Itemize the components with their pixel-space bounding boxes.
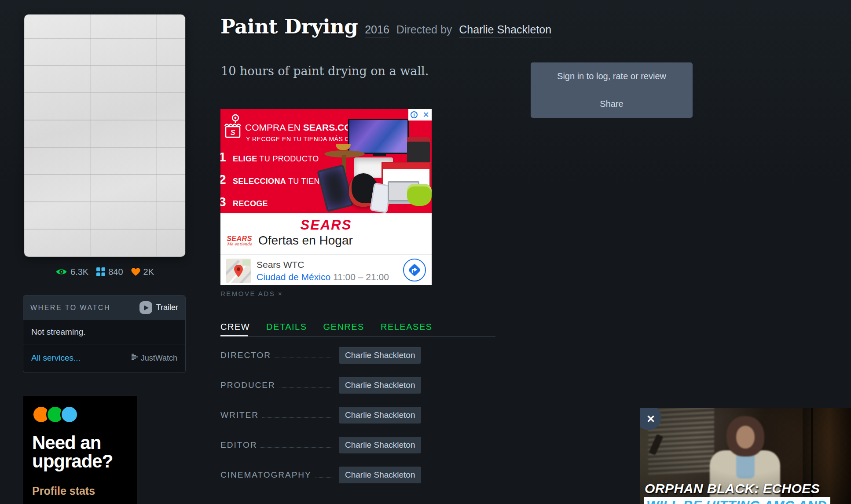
streaming-status: Not streaming. bbox=[23, 320, 185, 344]
title-row: Paint Drying 2016 Directed by Charlie Sh… bbox=[220, 15, 551, 38]
film-page: 6.3K 840 2K WHERE TO WATCH Trailer Not s… bbox=[0, 0, 851, 504]
sears-offer-title: Ofertas en Hogar bbox=[258, 234, 353, 248]
sears-display-ad[interactable]: S i ✕ COMPRA EN SEARS.COM.MX Y RECOGE EN… bbox=[220, 109, 432, 285]
director-link[interactable]: Charlie Shackleton bbox=[459, 23, 551, 37]
trailer-label: Trailer bbox=[156, 303, 178, 312]
film-year-link[interactable]: 2016 bbox=[365, 23, 389, 37]
film-stats: 6.3K 840 2K bbox=[24, 265, 185, 279]
close-icon: ✕ bbox=[422, 110, 429, 120]
tab-details[interactable]: DETAILS bbox=[266, 322, 307, 332]
store-info: Sears WTC Ciudad de México 11:00 – 21:00 bbox=[257, 259, 403, 282]
crew-person-button[interactable]: Charlie Shackleton bbox=[339, 347, 421, 364]
remove-ads-link[interactable]: REMOVE ADS × bbox=[220, 290, 283, 297]
tab-genres[interactable]: GENRES bbox=[323, 322, 364, 332]
signin-panel: Sign in to log, rate or review Share bbox=[531, 62, 693, 118]
film-poster[interactable] bbox=[24, 15, 185, 257]
crew-person-button[interactable]: Charlie Shackleton bbox=[339, 377, 421, 394]
tabs-divider bbox=[220, 336, 495, 336]
sears-step-2: 2 SELECCIONA TU TIENDA bbox=[220, 172, 331, 187]
svg-text:S: S bbox=[231, 129, 235, 136]
views-count: 6.3K bbox=[70, 267, 88, 277]
justwatch-logo: JustWatch bbox=[132, 354, 177, 363]
tv-image bbox=[348, 119, 409, 154]
crew-person-button[interactable]: Charlie Shackleton bbox=[339, 467, 421, 483]
services-row: All services... JustWatch bbox=[23, 344, 185, 372]
map-thumbnail bbox=[226, 259, 251, 283]
where-to-watch-title: WHERE TO WATCH bbox=[30, 304, 110, 312]
dotted-leader bbox=[260, 442, 333, 448]
info-icon: i bbox=[411, 111, 418, 118]
video-caption-line1: ORPHAN BLACK: ECHOES bbox=[645, 481, 820, 496]
adchoices-controls: i ✕ bbox=[408, 109, 432, 121]
crew-role-label: DIRECTOR bbox=[220, 351, 271, 360]
video-caption-line2: WILL BE HITTING AMC AND bbox=[644, 497, 830, 504]
likes-count: 2K bbox=[143, 267, 154, 277]
upgrade-ad-subtext: Profile stats bbox=[32, 485, 95, 497]
crew-role-label: WRITER bbox=[220, 410, 259, 420]
crew-role-label: EDITOR bbox=[220, 440, 257, 450]
where-to-watch-header: WHERE TO WATCH Trailer bbox=[23, 296, 185, 320]
dotted-leader bbox=[315, 471, 333, 478]
video-ad-overlay[interactable]: ORPHAN BLACK: ECHOES WILL BE HITTING AMC… bbox=[640, 408, 851, 504]
sears-logo: SEARS bbox=[220, 217, 432, 233]
play-icon bbox=[139, 301, 152, 314]
tab-releases[interactable]: RELEASES bbox=[381, 322, 433, 332]
dotted-leader bbox=[262, 412, 333, 418]
store-location-row[interactable]: Sears WTC Ciudad de México 11:00 – 21:00 bbox=[226, 259, 426, 283]
lists-count: 840 bbox=[108, 267, 123, 277]
crew-role-label: CINEMATOGRAPHY bbox=[220, 470, 312, 480]
tablet-image bbox=[317, 164, 353, 212]
store-city-link[interactable]: Ciudad de México bbox=[257, 272, 330, 282]
blue-circle-icon bbox=[60, 405, 78, 424]
where-to-watch-panel: WHERE TO WATCH Trailer Not streaming. Al… bbox=[23, 296, 185, 373]
close-icon: ✕ bbox=[646, 413, 655, 425]
crew-person-button[interactable]: Charlie Shackleton bbox=[339, 407, 421, 424]
sears-ad-top: S i ✕ COMPRA EN SEARS.COM.MX Y RECOGE EN… bbox=[220, 109, 432, 213]
crew-row-cinematography: CINEMATOGRAPHY Charlie Shackleton bbox=[220, 467, 427, 483]
justwatch-icon bbox=[132, 354, 139, 363]
crew-role-label: PRODUCER bbox=[220, 380, 275, 390]
page-title: Paint Drying bbox=[220, 15, 358, 38]
letterboxd-upgrade-ad[interactable]: Need an upgrade? Profile stats bbox=[23, 396, 137, 504]
crew-row-editor: EDITOR Charlie Shackleton bbox=[220, 437, 427, 453]
divider bbox=[220, 254, 432, 255]
crew-person-button[interactable]: Charlie Shackleton bbox=[339, 437, 421, 453]
dotted-leader bbox=[275, 352, 333, 358]
trailer-button[interactable]: Trailer bbox=[139, 301, 178, 314]
store-hours: 11:00 – 21:00 bbox=[333, 272, 389, 282]
letterboxd-logo-icon bbox=[32, 405, 78, 424]
crew-row-producer: PRODUCER Charlie Shackleton bbox=[220, 377, 427, 394]
sears-small-logo: SEARS Me entiende bbox=[227, 235, 252, 246]
crew-row-director: DIRECTOR Charlie Shackleton bbox=[220, 347, 427, 364]
views-stat[interactable]: 6.3K bbox=[55, 267, 88, 277]
sears-step-1: 1 ELIGE TU PRODUCTO bbox=[220, 150, 319, 164]
heart-icon bbox=[131, 268, 140, 276]
directions-icon[interactable] bbox=[403, 258, 426, 284]
product-collage bbox=[321, 112, 431, 212]
store-icon: S bbox=[222, 113, 243, 141]
upgrade-ad-headline: Need an upgrade? bbox=[32, 434, 131, 471]
sears-step-3: 3 RECOGE bbox=[220, 194, 268, 209]
eye-icon bbox=[55, 268, 67, 276]
sign-in-button[interactable]: Sign in to log, rate or review bbox=[531, 62, 693, 90]
dotted-leader bbox=[279, 382, 333, 388]
sears-offer-row: SEARS Me entiende Ofertas en Hogar bbox=[227, 234, 353, 248]
active-tab-underline bbox=[220, 335, 248, 336]
justwatch-label: JustWatch bbox=[141, 354, 177, 363]
ad-close-button[interactable]: ✕ bbox=[420, 109, 432, 121]
all-services-link[interactable]: All services... bbox=[31, 353, 81, 363]
store-name: Sears WTC bbox=[257, 259, 403, 270]
ad-info-button[interactable]: i bbox=[408, 109, 420, 121]
lists-stat[interactable]: 840 bbox=[96, 267, 123, 277]
share-button[interactable]: Share bbox=[531, 90, 693, 118]
directed-by-label: Directed by bbox=[396, 23, 452, 36]
controller-image bbox=[407, 184, 432, 206]
film-tagline: 10 hours of paint drying on a wall. bbox=[221, 64, 429, 78]
crew-row-writer: WRITER Charlie Shackleton bbox=[220, 407, 427, 424]
likes-stat[interactable]: 2K bbox=[131, 267, 154, 277]
grid-icon bbox=[96, 267, 105, 276]
film-tabs: CREW DETAILS GENRES RELEASES bbox=[220, 322, 433, 332]
tab-crew[interactable]: CREW bbox=[220, 322, 250, 332]
